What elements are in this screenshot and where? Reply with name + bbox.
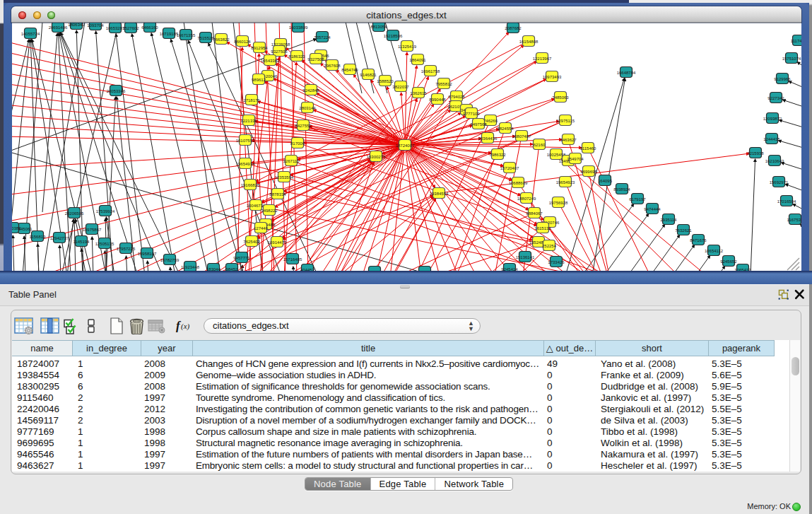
svg-text:164095: 164095	[598, 179, 613, 183]
svg-text:3215938: 3215938	[747, 151, 764, 156]
svg-text:7515526: 7515526	[197, 36, 214, 40]
svg-text:8186323: 8186323	[288, 54, 305, 59]
svg-text:1615132: 1615132	[534, 226, 551, 230]
svg-text:16914479: 16914479	[268, 240, 287, 245]
svg-text:1117404: 1117404	[791, 39, 801, 43]
svg-text:7663822: 7663822	[213, 37, 230, 42]
svg-text:15720407: 15720407	[500, 166, 519, 170]
svg-text:817006: 817006	[290, 141, 305, 146]
svg-text:3822037: 3822037	[392, 85, 409, 89]
svg-text:2935114: 2935114	[661, 218, 678, 222]
svg-text:1527602: 1527602	[122, 26, 139, 30]
svg-text:10958107: 10958107	[138, 252, 157, 256]
svg-text:9327506: 9327506	[271, 49, 288, 54]
svg-text:3824554: 3824554	[497, 127, 514, 131]
svg-text:1244415: 1244415	[763, 137, 780, 141]
svg-text:16107552: 16107552	[236, 139, 255, 143]
svg-text:12975115: 12975115	[556, 119, 575, 123]
svg-text:2718176: 2718176	[243, 98, 260, 103]
svg-text:19756928: 19756928	[549, 201, 568, 205]
svg-text:9474444: 9474444	[644, 207, 661, 211]
svg-text:8427552: 8427552	[295, 124, 312, 128]
svg-text:19384554: 19384554	[430, 192, 449, 196]
svg-text:7485063: 7485063	[552, 95, 569, 100]
svg-text:15692971: 15692971	[770, 180, 789, 185]
svg-text:14055724: 14055724	[21, 32, 40, 36]
svg-text:8813054: 8813054	[370, 25, 387, 29]
svg-text:989612: 989612	[252, 78, 266, 82]
svg-text:9777109: 9777109	[463, 112, 480, 116]
svg-text:9457771: 9457771	[233, 256, 250, 260]
svg-text:8912954: 8912954	[251, 46, 268, 50]
svg-text:6179197: 6179197	[629, 197, 646, 201]
svg-text:9115460: 9115460	[580, 146, 597, 151]
svg-text:2087682: 2087682	[505, 26, 522, 30]
svg-text:19654934: 19654934	[236, 162, 255, 166]
svg-text:9699695: 9699695	[580, 170, 597, 174]
svg-text:7357224: 7357224	[314, 35, 331, 40]
svg-text:127446: 127446	[254, 226, 269, 230]
svg-text:18724007: 18724007	[396, 144, 415, 148]
svg-text:1733426: 1733426	[548, 260, 565, 264]
svg-text:19166825: 19166825	[241, 183, 260, 187]
svg-text:16543382: 16543382	[261, 59, 280, 63]
svg-text:18807249: 18807249	[517, 197, 536, 201]
svg-text:10654112: 10654112	[705, 249, 724, 253]
svg-text:62160: 62160	[534, 143, 546, 147]
svg-text:19218506: 19218506	[384, 34, 403, 38]
svg-text:16154808: 16154808	[519, 40, 539, 44]
svg-text:6466160: 6466160	[141, 25, 158, 30]
svg-text:9227342: 9227342	[767, 96, 784, 100]
svg-text:9100382: 9100382	[12, 226, 21, 230]
svg-text:20053346: 20053346	[107, 89, 126, 93]
svg-text:16033809: 16033809	[289, 25, 308, 30]
svg-text:15136141: 15136141	[516, 255, 535, 259]
svg-text:15751074: 15751074	[782, 57, 801, 61]
svg-text:1167533: 1167533	[787, 218, 801, 222]
svg-text:17957225: 17957225	[117, 247, 136, 251]
svg-text:12942737: 12942737	[50, 236, 69, 240]
svg-text:1093704: 1093704	[87, 23, 104, 28]
svg-text:20206505: 20206505	[65, 211, 84, 216]
svg-text:6794028: 6794028	[448, 95, 465, 99]
svg-text:8660124: 8660124	[234, 40, 251, 44]
svg-text:17016504: 17016504	[777, 199, 796, 204]
svg-text:15716485: 15716485	[283, 257, 302, 262]
svg-text:20364436: 20364436	[478, 136, 498, 141]
svg-text:8938924: 8938924	[613, 187, 630, 192]
svg-text:10975867: 10975867	[83, 228, 102, 232]
svg-text:9245652: 9245652	[720, 259, 737, 264]
svg-text:9146821: 9146821	[360, 73, 377, 77]
svg-text:16961758: 16961758	[421, 69, 440, 74]
svg-text:16210643: 16210643	[765, 159, 784, 163]
svg-text:(x): (x)	[181, 322, 190, 331]
svg-text:9242848: 9242848	[302, 88, 319, 93]
svg-text:7632621: 7632621	[675, 228, 692, 233]
svg-text:1588520: 1588520	[377, 79, 394, 83]
svg-text:8454749: 8454749	[341, 68, 358, 72]
svg-text:1145194: 1145194	[73, 240, 90, 244]
svg-text:7625402: 7625402	[243, 240, 260, 244]
svg-text:11923448: 11923448	[181, 265, 200, 269]
svg-text:11325419: 11325419	[398, 45, 417, 49]
svg-text:2803144: 2803144	[299, 106, 316, 110]
svg-text:252254: 252254	[542, 244, 557, 248]
svg-text:9327508: 9327508	[307, 57, 324, 62]
svg-text:9884067: 9884067	[526, 211, 543, 216]
svg-text:9463627: 9463627	[560, 138, 577, 142]
svg-text:1806341: 1806341	[68, 23, 85, 27]
svg-text:12353594: 12353594	[275, 175, 294, 180]
svg-text:16648784: 16648784	[617, 71, 636, 75]
svg-text:1221336: 1221336	[240, 119, 257, 123]
svg-text:12093872: 12093872	[763, 117, 782, 121]
svg-text:19654923: 19654923	[556, 180, 575, 185]
svg-text:9129966: 9129966	[774, 77, 791, 81]
svg-text:6497568: 6497568	[470, 122, 487, 127]
svg-text:2967608: 2967608	[324, 64, 341, 68]
svg-text:8878334: 8878334	[269, 192, 286, 197]
svg-text:10046736: 10046736	[247, 204, 266, 208]
svg-text:10807487: 10807487	[512, 134, 531, 139]
svg-text:8471676: 8471676	[690, 238, 707, 243]
svg-text:10688609: 10688609	[509, 181, 528, 185]
svg-text:1362615: 1362615	[410, 91, 427, 95]
